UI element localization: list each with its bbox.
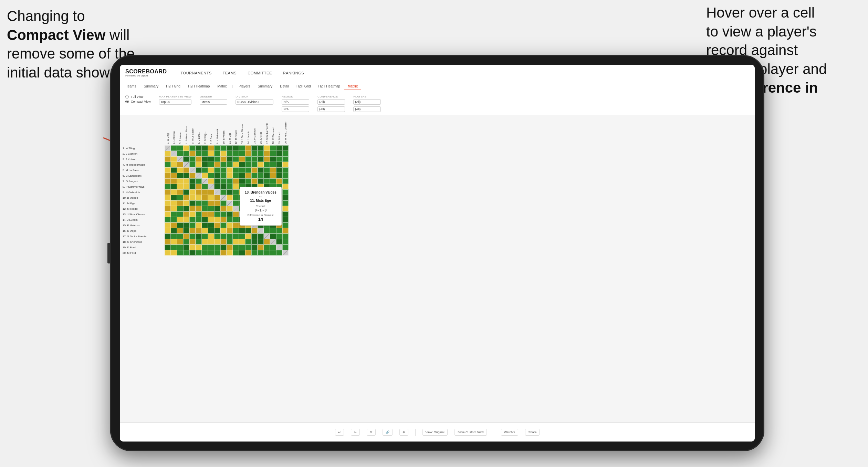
undo-button[interactable]: ↩ xyxy=(335,429,344,436)
cell-11-5[interactable] xyxy=(196,206,202,211)
cell-17-0[interactable] xyxy=(165,239,171,245)
cell-9-10[interactable] xyxy=(227,195,233,200)
cell-11-0[interactable] xyxy=(165,206,171,211)
cell-8-0[interactable] xyxy=(165,189,171,195)
cell-4-4[interactable] xyxy=(189,167,196,173)
cell-1-3[interactable] xyxy=(183,151,189,156)
cell-5-18[interactable] xyxy=(276,173,282,178)
cell-19-3[interactable] xyxy=(183,250,189,256)
cell-1-4[interactable] xyxy=(189,151,196,156)
cell-5-15[interactable] xyxy=(258,173,264,178)
cell-6-12[interactable] xyxy=(239,178,245,184)
cell-8-5[interactable] xyxy=(196,189,202,195)
cell-13-5[interactable] xyxy=(196,217,202,222)
cell-19-15[interactable] xyxy=(258,250,264,256)
cell-10-1[interactable] xyxy=(171,200,177,206)
cell-7-19[interactable] xyxy=(282,184,289,189)
cell-3-15[interactable] xyxy=(258,162,264,167)
cell-5-6[interactable] xyxy=(202,173,208,178)
cell-15-2[interactable] xyxy=(177,228,183,234)
cell-0-3[interactable] xyxy=(183,145,189,151)
nav-teams[interactable]: TEAMS xyxy=(223,71,237,75)
cell-3-4[interactable] xyxy=(189,162,196,167)
cell-0-9[interactable] xyxy=(220,145,227,151)
cell-2-4[interactable] xyxy=(189,156,196,162)
conference-select[interactable]: (All) xyxy=(317,99,345,105)
cell-13-11[interactable] xyxy=(233,217,239,222)
cell-15-17[interactable] xyxy=(270,228,276,234)
cell-15-14[interactable] xyxy=(251,228,258,234)
cell-13-8[interactable] xyxy=(214,217,220,222)
cell-18-1[interactable] xyxy=(171,245,177,250)
cell-18-9[interactable] xyxy=(220,245,227,250)
cell-6-1[interactable] xyxy=(171,178,177,184)
cell-16-17[interactable] xyxy=(270,234,276,239)
cell-6-15[interactable] xyxy=(258,178,264,184)
cell-19-14[interactable] xyxy=(251,250,258,256)
watch-button[interactable]: Watch ▾ xyxy=(501,429,519,436)
cell-16-6[interactable] xyxy=(202,234,208,239)
cell-15-11[interactable] xyxy=(233,228,239,234)
cell-2-14[interactable] xyxy=(251,156,258,162)
cell-5-19[interactable] xyxy=(282,173,289,178)
cell-3-12[interactable] xyxy=(239,162,245,167)
cell-6-6[interactable] xyxy=(202,178,208,184)
nav-committee[interactable]: COMMITTEE xyxy=(248,71,272,75)
nav-rankings[interactable]: RANKINGS xyxy=(283,71,304,75)
cell-19-19[interactable] xyxy=(282,250,289,256)
cell-9-2[interactable] xyxy=(177,195,183,200)
cell-5-2[interactable] xyxy=(177,173,183,178)
cell-9-7[interactable] xyxy=(208,195,214,200)
cell-18-19[interactable] xyxy=(282,245,289,250)
cell-10-5[interactable] xyxy=(196,200,202,206)
cell-5-1[interactable] xyxy=(171,173,177,178)
cell-16-3[interactable] xyxy=(183,234,189,239)
cell-7-7[interactable] xyxy=(208,184,214,189)
cell-4-10[interactable] xyxy=(227,167,233,173)
cell-11-10[interactable] xyxy=(227,206,233,211)
cell-12-0[interactable] xyxy=(165,211,171,217)
division-select[interactable]: NCAA Division I xyxy=(236,99,273,105)
cell-19-4[interactable] xyxy=(189,250,196,256)
cell-16-13[interactable] xyxy=(245,234,251,239)
cell-6-7[interactable] xyxy=(208,178,214,184)
cell-2-2[interactable] xyxy=(177,156,183,162)
cell-5-7[interactable] xyxy=(208,173,214,178)
cell-6-5[interactable] xyxy=(196,178,202,184)
cell-18-14[interactable] xyxy=(251,245,258,250)
cell-14-10[interactable] xyxy=(227,222,233,228)
cell-8-7[interactable] xyxy=(208,189,214,195)
cell-19-5[interactable] xyxy=(196,250,202,256)
cell-0-17[interactable] xyxy=(270,145,276,151)
cell-13-1[interactable] xyxy=(171,217,177,222)
region-select[interactable]: N/A xyxy=(282,99,309,105)
cell-4-13[interactable] xyxy=(245,167,251,173)
cell-3-11[interactable] xyxy=(233,162,239,167)
cell-14-2[interactable] xyxy=(177,222,183,228)
cell-8-1[interactable] xyxy=(171,189,177,195)
cell-7-4[interactable] xyxy=(189,184,196,189)
cell-14-4[interactable] xyxy=(189,222,196,228)
cell-16-5[interactable] xyxy=(196,234,202,239)
cell-5-4[interactable] xyxy=(189,173,196,178)
subnav-players[interactable]: Players xyxy=(235,83,253,90)
cell-13-2[interactable] xyxy=(177,217,183,222)
subnav-h2h-grid2[interactable]: H2H Grid xyxy=(293,83,314,90)
cell-18-11[interactable] xyxy=(233,245,239,250)
cell-13-19[interactable] xyxy=(282,217,289,222)
cell-18-10[interactable] xyxy=(227,245,233,250)
cell-11-8[interactable] xyxy=(214,206,220,211)
cell-17-3[interactable] xyxy=(183,239,189,245)
cell-3-16[interactable] xyxy=(264,162,270,167)
cell-19-7[interactable] xyxy=(208,250,214,256)
cell-19-8[interactable] xyxy=(214,250,220,256)
cell-14-11[interactable] xyxy=(233,222,239,228)
cell-10-9[interactable] xyxy=(220,200,227,206)
cell-16-19[interactable] xyxy=(282,234,289,239)
cell-10-2[interactable] xyxy=(177,200,183,206)
cell-4-6[interactable] xyxy=(202,167,208,173)
cell-10-19[interactable] xyxy=(282,200,289,206)
cell-8-9[interactable] xyxy=(220,189,227,195)
link-button[interactable]: 🔗 xyxy=(383,429,393,436)
cell-4-1[interactable] xyxy=(171,167,177,173)
